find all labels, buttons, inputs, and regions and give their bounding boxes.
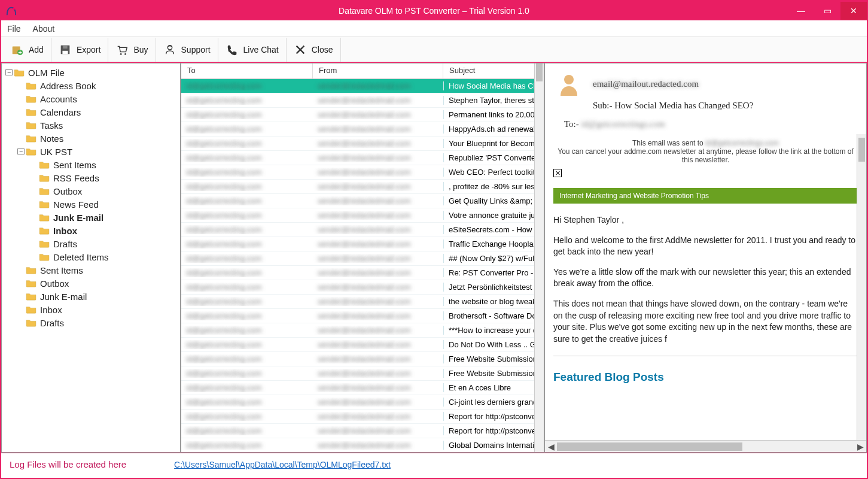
expander-icon[interactable]: − (5, 69, 13, 75)
cell-from: sender@redactedmail.com (313, 340, 443, 349)
tree-item-drafts[interactable]: Drafts (3, 316, 179, 329)
tree-item-calendars[interactable]: Calendars (3, 105, 179, 119)
maximize-button[interactable]: ▭ (814, 2, 840, 20)
list-row[interactable]: id@getcorrecting.comsender@redactedmail.… (181, 251, 544, 266)
tree-item-notes[interactable]: Notes (3, 132, 179, 145)
cell-to: id@getcorrecting.com (181, 441, 313, 450)
broken-image-icon: ✕ (553, 169, 562, 177)
cell-from: sender@redactedmail.com (313, 225, 443, 234)
tree-item-sent-items[interactable]: Sent Items (3, 158, 179, 171)
tree-item-sent-items[interactable]: Sent Items (3, 263, 179, 277)
list-row[interactable]: id@getcorrecting.comsender@redactedmail.… (181, 108, 544, 122)
list-row[interactable]: id@getcorrecting.comsender@redactedmail.… (181, 79, 544, 93)
list-row[interactable]: id@getcorrecting.comsender@redactedmail.… (181, 208, 544, 223)
menu-about[interactable]: About (33, 24, 55, 34)
tree-item-tasks[interactable]: Tasks (3, 119, 179, 132)
tree-item-drafts[interactable]: Drafts (3, 237, 179, 250)
cell-to: id@getcorrecting.com (181, 340, 313, 349)
scroll-right-icon[interactable]: ▶ (854, 442, 866, 451)
list-row[interactable]: id@getcorrecting.comsender@redactedmail.… (181, 237, 544, 251)
tree-item-outbox[interactable]: Outbox (3, 277, 179, 290)
cell-to: id@getcorrecting.com (181, 240, 313, 248)
tree-item-deleted-items[interactable]: Deleted Items (3, 250, 179, 263)
tree-item-address-book[interactable]: Address Book (3, 79, 179, 92)
list-row[interactable]: id@getcorrecting.comsender@redactedmail.… (181, 151, 544, 165)
tree-item-uk-pst[interactable]: −UK PST (3, 145, 179, 158)
tree-item-junk-e-mail[interactable]: Junk E-mail (3, 290, 179, 303)
cell-to: id@getcorrecting.com (181, 354, 313, 363)
scrollbar-thumb[interactable] (858, 138, 865, 162)
list-row[interactable]: id@getcorrecting.comsender@redactedmail.… (181, 338, 544, 352)
menu-file[interactable]: File (7, 24, 21, 34)
svg-point-6 (120, 53, 122, 54)
tree-item-rss-feeds[interactable]: RSS Feeds (3, 171, 179, 184)
list-row[interactable]: id@getcorrecting.comsender@redactedmail.… (181, 180, 544, 194)
menubar: File About (1, 20, 867, 37)
folder-icon (39, 174, 50, 182)
preview-body[interactable]: This email was sent to id@getcorrectings… (545, 134, 866, 440)
folder-icon (26, 292, 36, 301)
folder-icon (26, 108, 36, 116)
add-button[interactable]: Add (4, 38, 51, 62)
tree-item-accounts[interactable]: Accounts (3, 92, 179, 105)
cell-from: sender@redactedmail.com (313, 297, 443, 306)
preview-hscrollbar[interactable]: ◀ ▶ (545, 440, 866, 452)
list-row[interactable]: id@getcorrecting.comsender@redactedmail.… (181, 165, 544, 180)
tree-label: OLM File (28, 68, 65, 78)
list-row[interactable]: id@getcorrecting.comsender@redactedmail.… (181, 366, 544, 381)
export-label: Export (77, 45, 100, 54)
scroll-left-icon[interactable]: ◀ (545, 442, 557, 451)
list-row[interactable]: id@getcorrecting.comsender@redactedmail.… (181, 122, 544, 137)
list-scrollbar[interactable] (534, 63, 544, 452)
list-row[interactable]: id@getcorrecting.comsender@redactedmail.… (181, 309, 544, 323)
list-row[interactable]: id@getcorrecting.comsender@redactedmail.… (181, 194, 544, 208)
tree-label: Deleted Items (53, 252, 109, 262)
list-row[interactable]: id@getcorrecting.comsender@redactedmail.… (181, 381, 544, 395)
cell-subject: ## (Now Only $27) w/Full (443, 254, 544, 263)
cell-from: sender@redactedmail.com (313, 153, 443, 162)
livechat-button[interactable]: Live Chat (218, 38, 287, 62)
cell-subject: Report for http://pstconve (443, 412, 544, 421)
list-row[interactable]: id@getcorrecting.comsender@redactedmail.… (181, 280, 544, 295)
folder-tree[interactable]: −OLM FileAddress BookAccountsCalendarsTa… (1, 63, 181, 453)
list-row[interactable]: id@getcorrecting.comsender@redactedmail.… (181, 410, 544, 424)
header-to[interactable]: To (181, 63, 313, 78)
cell-from: sender@redactedmail.com (313, 254, 443, 263)
minimize-button[interactable]: — (788, 2, 814, 20)
scrollbar-thumb[interactable] (536, 63, 543, 81)
tree-item-news-feed[interactable]: News Feed (3, 198, 179, 211)
list-row[interactable]: id@getcorrecting.comsender@redactedmail.… (181, 137, 544, 151)
cell-from: sender@redactedmail.com (313, 426, 443, 435)
list-row[interactable]: id@getcorrecting.comsender@redactedmail.… (181, 352, 544, 366)
list-row[interactable]: id@getcorrecting.comsender@redactedmail.… (181, 266, 544, 280)
cell-from: sender@redactedmail.com (313, 398, 443, 407)
scrollbar-thumb[interactable] (557, 442, 742, 451)
cell-to: id@getcorrecting.com (181, 139, 313, 148)
close-button[interactable]: Close (287, 38, 341, 62)
tree-item-inbox[interactable]: Inbox (3, 224, 179, 237)
svg-point-9 (564, 75, 574, 84)
list-row[interactable]: id@getcorrecting.comsender@redactedmail.… (181, 295, 544, 309)
list-row[interactable]: id@getcorrecting.comsender@redactedmail.… (181, 438, 544, 452)
list-row[interactable]: id@getcorrecting.comsender@redactedmail.… (181, 223, 544, 237)
log-path-link[interactable]: C:\Users\Samuel\AppData\Local\Temp\OLMLo… (174, 460, 391, 469)
preview-vscrollbar[interactable] (857, 134, 866, 440)
header-from[interactable]: From (313, 63, 443, 78)
export-button[interactable]: Export (51, 38, 108, 62)
tree-item-outbox[interactable]: Outbox (3, 184, 179, 198)
expander-icon[interactable]: − (17, 148, 25, 154)
buy-button[interactable]: Buy (108, 38, 156, 62)
list-row[interactable]: id@getcorrecting.comsender@redactedmail.… (181, 93, 544, 108)
buy-icon (115, 43, 129, 56)
header-subject[interactable]: Subject (443, 63, 544, 78)
list-row[interactable]: id@getcorrecting.comsender@redactedmail.… (181, 395, 544, 410)
tree-item-junk-e-mail[interactable]: Junk E-mail (3, 211, 179, 224)
list-row[interactable]: id@getcorrecting.comsender@redactedmail.… (181, 424, 544, 438)
tree-item-olm-file[interactable]: −OLM File (3, 66, 179, 79)
support-label: Support (181, 45, 211, 54)
support-button[interactable]: Support (156, 38, 218, 62)
close-window-button[interactable]: ✕ (840, 2, 867, 20)
list-body[interactable]: id@getcorrecting.comsender@redactedmail.… (181, 79, 544, 452)
list-row[interactable]: id@getcorrecting.comsender@redactedmail.… (181, 323, 544, 338)
tree-item-inbox[interactable]: Inbox (3, 303, 179, 316)
